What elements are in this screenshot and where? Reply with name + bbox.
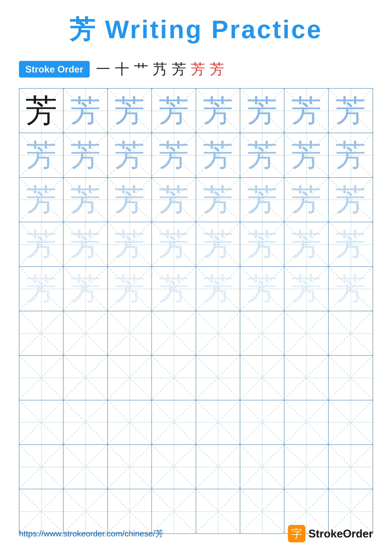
svg-line-113	[19, 400, 63, 444]
grid-cell-1-1[interactable]: 芳	[19, 89, 64, 133]
svg-line-93	[284, 311, 328, 355]
char-ghost: 芳	[335, 185, 366, 215]
grid-cell-3-2[interactable]: 芳	[64, 178, 107, 222]
char-ghost: 芳	[114, 229, 144, 259]
svg-line-129	[19, 445, 63, 489]
grid-cell-7-3[interactable]	[108, 356, 152, 400]
grid-cell-2-6[interactable]: 芳	[240, 133, 284, 177]
grid-cell-9-7[interactable]	[284, 445, 328, 489]
grid-cell-7-8[interactable]	[328, 356, 373, 400]
grid-cell-5-1[interactable]: 芳	[19, 267, 64, 311]
grid-cell-6-3[interactable]	[108, 311, 152, 355]
grid-cell-3-5[interactable]: 芳	[196, 178, 240, 222]
grid-cell-1-2[interactable]: 芳	[64, 89, 107, 133]
grid-cell-4-5[interactable]: 芳	[196, 222, 240, 266]
char-ghost: 芳	[335, 274, 366, 304]
grid-cell-5-4[interactable]: 芳	[152, 267, 196, 311]
grid-cell-7-5[interactable]	[196, 356, 240, 400]
grid-cell-3-3[interactable]: 芳	[108, 178, 152, 222]
svg-line-97	[19, 356, 63, 400]
char-ghost: 芳	[159, 185, 189, 215]
grid-row-8	[19, 400, 373, 445]
svg-line-134	[152, 445, 196, 489]
grid-cell-1-6[interactable]: 芳	[240, 89, 284, 133]
grid-cell-4-2[interactable]: 芳	[64, 222, 107, 266]
grid-cell-6-5[interactable]	[196, 311, 240, 355]
svg-line-131	[64, 445, 107, 489]
footer-url[interactable]: https://www.strokeorder.com/chinese/芳	[19, 528, 163, 539]
grid-cell-2-4[interactable]: 芳	[152, 133, 196, 177]
grid-cell-8-8[interactable]	[328, 400, 373, 445]
grid-cell-4-6[interactable]: 芳	[240, 222, 284, 266]
grid-cell-4-7[interactable]: 芳	[284, 222, 328, 266]
svg-line-99	[64, 356, 107, 400]
char-ghost: 芳	[203, 140, 233, 170]
char-ghost: 芳	[291, 185, 321, 215]
grid-cell-5-6[interactable]: 芳	[240, 267, 284, 311]
grid-cell-2-1[interactable]: 芳	[19, 133, 64, 177]
grid-cell-1-3[interactable]: 芳	[108, 89, 152, 133]
grid-cell-6-2[interactable]	[64, 311, 107, 355]
grid-cell-9-6[interactable]	[240, 445, 284, 489]
grid-cell-4-3[interactable]: 芳	[108, 222, 152, 266]
char-ghost: 芳	[159, 96, 189, 126]
svg-line-82	[64, 311, 107, 355]
grid-cell-6-6[interactable]	[240, 311, 284, 355]
grid-cell-8-4[interactable]	[152, 400, 196, 445]
char-ghost: 芳	[203, 185, 233, 215]
grid-cell-8-2[interactable]	[64, 400, 107, 445]
grid-cell-9-5[interactable]	[196, 445, 240, 489]
grid-cell-1-5[interactable]: 芳	[196, 89, 240, 133]
grid-cell-7-1[interactable]	[19, 356, 64, 400]
grid-cell-7-2[interactable]	[64, 356, 107, 400]
char-ghost: 芳	[26, 185, 56, 215]
grid-cell-4-8[interactable]: 芳	[328, 222, 373, 266]
grid-cell-7-6[interactable]	[240, 356, 284, 400]
grid-cell-8-6[interactable]	[240, 400, 284, 445]
grid-cell-5-7[interactable]: 芳	[284, 267, 328, 311]
grid-cell-5-3[interactable]: 芳	[108, 267, 152, 311]
grid-cell-1-7[interactable]: 芳	[284, 89, 328, 133]
grid-cell-8-5[interactable]	[196, 400, 240, 445]
grid-cell-4-1[interactable]: 芳	[19, 222, 64, 266]
grid-cell-3-1[interactable]: 芳	[19, 178, 64, 222]
grid-cell-7-4[interactable]	[152, 356, 196, 400]
grid-cell-6-8[interactable]	[328, 311, 373, 355]
grid-cell-2-2[interactable]: 芳	[64, 133, 107, 177]
grid-cell-6-4[interactable]	[152, 311, 196, 355]
grid-cell-6-7[interactable]	[284, 311, 328, 355]
grid-cell-2-8[interactable]: 芳	[328, 133, 373, 177]
grid-cell-3-7[interactable]: 芳	[284, 178, 328, 222]
grid-cell-2-5[interactable]: 芳	[196, 133, 240, 177]
grid-cell-9-8[interactable]	[328, 445, 373, 489]
grid-cell-4-4[interactable]: 芳	[152, 222, 196, 266]
svg-line-96	[19, 356, 63, 400]
grid-cell-5-8[interactable]: 芳	[328, 267, 373, 311]
grid-cell-2-7[interactable]: 芳	[284, 133, 328, 177]
svg-line-84	[108, 311, 151, 355]
page-title: 芳 Writing Practice	[19, 13, 373, 47]
svg-line-105	[196, 356, 240, 400]
grid-cell-8-3[interactable]	[108, 400, 152, 445]
grid-cell-8-1[interactable]	[19, 400, 64, 445]
grid-cell-9-3[interactable]	[108, 445, 152, 489]
grid-cell-3-6[interactable]: 芳	[240, 178, 284, 222]
char-ghost: 芳	[114, 96, 144, 126]
grid-cell-2-3[interactable]: 芳	[108, 133, 152, 177]
grid-cell-7-7[interactable]	[284, 356, 328, 400]
grid-cell-9-4[interactable]	[152, 445, 196, 489]
svg-line-116	[108, 400, 151, 444]
grid-cell-8-7[interactable]	[284, 400, 328, 445]
grid-cell-9-2[interactable]	[64, 445, 107, 489]
grid-cell-5-2[interactable]: 芳	[64, 267, 107, 311]
grid-cell-3-8[interactable]: 芳	[328, 178, 373, 222]
grid-cell-1-4[interactable]: 芳	[152, 89, 196, 133]
grid-cell-1-8[interactable]: 芳	[328, 89, 373, 133]
grid-cell-6-1[interactable]	[19, 311, 64, 355]
svg-line-92	[284, 311, 328, 355]
svg-line-130	[64, 445, 107, 489]
grid-cell-3-4[interactable]: 芳	[152, 178, 196, 222]
svg-line-108	[284, 356, 328, 400]
grid-cell-9-1[interactable]	[19, 445, 64, 489]
grid-cell-5-5[interactable]: 芳	[196, 267, 240, 311]
